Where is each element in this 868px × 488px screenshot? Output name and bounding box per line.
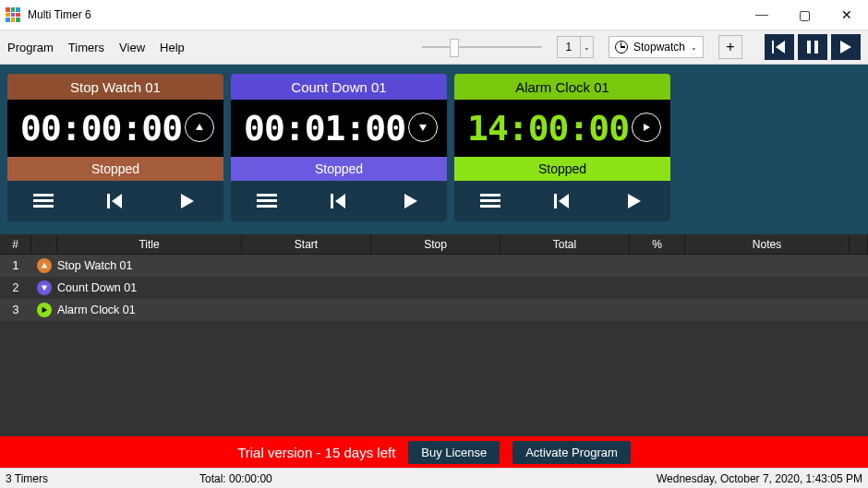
col-title[interactable]: Title xyxy=(57,234,242,254)
count-down-icon[interactable] xyxy=(408,113,438,142)
timer-type-label: Stopwatch xyxy=(633,41,685,54)
activate-program-button[interactable]: Activate Program xyxy=(512,441,631,464)
svg-rect-23 xyxy=(554,194,557,208)
svg-marker-19 xyxy=(644,124,650,131)
svg-rect-16 xyxy=(331,194,333,208)
svg-rect-21 xyxy=(480,199,500,202)
menubar: Program Timers View Help 1 ⌄ Stopwatch ⌄… xyxy=(0,30,868,65)
menu-icon[interactable] xyxy=(18,186,69,216)
col-start[interactable]: Start xyxy=(242,234,371,254)
timer-title[interactable]: Stop Watch 01 xyxy=(7,74,223,100)
menu-view[interactable]: View xyxy=(119,41,145,54)
pause-all-button[interactable] xyxy=(798,34,827,60)
timer-type-select[interactable]: Stopwatch ⌄ xyxy=(609,36,704,58)
timer-card-alarm: Alarm Clock 01 14:00:00 Stopped xyxy=(454,74,670,221)
svg-marker-25 xyxy=(628,194,641,208)
rewind-all-button[interactable] xyxy=(765,34,794,60)
table-row[interactable]: 2 Count Down 01 xyxy=(0,277,868,299)
titlebar: Multi Timer 6 — ▢ ✕ xyxy=(0,0,868,30)
buy-license-button[interactable]: Buy License xyxy=(408,441,500,464)
statusbar: 3 Timers Total: 00:00:00 Wednesday, Octo… xyxy=(0,468,868,488)
status-total: Total: 00:00:00 xyxy=(199,472,610,485)
count-value: 1 xyxy=(558,41,580,54)
timer-status: Stopped xyxy=(7,157,223,181)
menu-program[interactable]: Program xyxy=(7,41,54,54)
chevron-down-icon: ⌄ xyxy=(691,43,697,52)
svg-marker-11 xyxy=(181,194,194,208)
trial-message: Trial version - 15 days left xyxy=(237,445,395,460)
svg-rect-3 xyxy=(814,41,818,54)
zoom-slider[interactable] xyxy=(422,37,542,57)
col-stop[interactable]: Stop xyxy=(371,234,500,254)
app-icon xyxy=(6,7,20,22)
col-percent[interactable]: % xyxy=(630,234,685,254)
timer-status: Stopped xyxy=(231,157,447,181)
minimize-button[interactable]: — xyxy=(741,0,783,30)
svg-rect-0 xyxy=(772,41,774,54)
count-down-icon xyxy=(37,280,52,295)
add-timer-button[interactable]: + xyxy=(718,35,742,59)
svg-marker-26 xyxy=(42,263,47,268)
timer-cards: Stop Watch 01 00:00:00 Stopped Count Dow… xyxy=(0,65,868,229)
count-up-icon xyxy=(37,258,52,273)
rewind-button[interactable] xyxy=(90,186,141,216)
play-button[interactable] xyxy=(609,186,660,216)
table-row[interactable]: 3 Alarm Clock 01 xyxy=(0,299,868,321)
svg-rect-20 xyxy=(480,194,500,196)
timer-card-countdown: Count Down 01 00:01:00 Stopped xyxy=(231,74,447,221)
col-number[interactable]: # xyxy=(0,234,31,254)
timer-title[interactable]: Count Down 01 xyxy=(231,74,447,100)
svg-marker-17 xyxy=(335,194,345,208)
table-row[interactable]: 1 Stop Watch 01 xyxy=(0,255,868,277)
count-up-icon[interactable] xyxy=(185,113,214,142)
rewind-button[interactable] xyxy=(536,186,588,216)
alarm-play-icon xyxy=(37,303,52,317)
svg-rect-2 xyxy=(807,41,811,54)
close-button[interactable]: ✕ xyxy=(826,0,868,30)
svg-marker-24 xyxy=(559,194,569,208)
window-title: Multi Timer 6 xyxy=(28,8,741,21)
menu-timers[interactable]: Timers xyxy=(68,41,104,54)
svg-marker-4 xyxy=(840,41,851,54)
alarm-play-icon[interactable] xyxy=(632,113,661,142)
timer-display: 00:01:00 xyxy=(244,108,405,149)
col-type-icon[interactable] xyxy=(31,234,57,254)
svg-rect-22 xyxy=(480,205,500,208)
svg-marker-1 xyxy=(776,41,785,54)
play-button[interactable] xyxy=(162,186,213,216)
menu-help[interactable]: Help xyxy=(160,41,185,54)
table-body: 1 Stop Watch 01 2 Count Down 01 3 Alarm … xyxy=(0,255,868,321)
svg-rect-6 xyxy=(33,194,54,196)
play-all-button[interactable] xyxy=(831,34,861,60)
svg-marker-5 xyxy=(196,124,203,130)
play-button[interactable] xyxy=(385,186,437,216)
maximize-button[interactable]: ▢ xyxy=(783,0,826,30)
menu-icon[interactable] xyxy=(241,186,293,216)
svg-rect-14 xyxy=(257,199,277,202)
svg-marker-18 xyxy=(404,194,417,208)
svg-rect-13 xyxy=(257,194,277,196)
svg-marker-28 xyxy=(42,307,48,313)
trial-bar: Trial version - 15 days left Buy License… xyxy=(0,436,868,468)
svg-rect-7 xyxy=(33,199,54,202)
timer-table: # Title Start Stop Total % Notes 1 Stop … xyxy=(0,234,868,436)
timer-display: 00:00:00 xyxy=(20,108,182,149)
svg-marker-12 xyxy=(419,125,427,131)
svg-marker-10 xyxy=(112,194,122,208)
rewind-button[interactable] xyxy=(313,186,365,216)
status-datetime: Wednesday, October 7, 2020, 1:43:05 PM xyxy=(657,472,862,485)
status-timer-count: 3 Timers xyxy=(6,472,153,485)
svg-rect-8 xyxy=(33,205,54,208)
menu-icon[interactable] xyxy=(464,186,516,216)
col-notes[interactable]: Notes xyxy=(685,234,850,254)
svg-marker-27 xyxy=(42,286,47,292)
timer-title[interactable]: Alarm Clock 01 xyxy=(454,74,670,100)
count-stepper[interactable]: 1 ⌄ xyxy=(557,36,594,58)
col-total[interactable]: Total xyxy=(500,234,630,254)
chevron-down-icon[interactable]: ⌄ xyxy=(580,37,593,57)
timer-display: 14:00:00 xyxy=(467,108,629,149)
table-header: # Title Start Stop Total % Notes xyxy=(0,234,868,255)
timer-status: Stopped xyxy=(454,157,670,181)
svg-rect-15 xyxy=(257,205,277,208)
timer-card-stopwatch: Stop Watch 01 00:00:00 Stopped xyxy=(7,74,223,221)
